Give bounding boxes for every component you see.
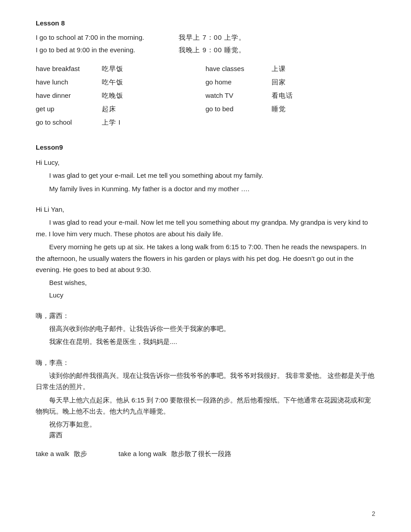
vocab-row-left-3: get up 起床 xyxy=(36,104,206,114)
page-number: 2 xyxy=(372,509,375,519)
zh-letter2-para-1: 每天早上他六点起床。他从 6:15 到 7:00 要散很长一段路的步。然后他看报… xyxy=(36,394,375,417)
letter2-sign-line2: Lucy xyxy=(36,290,375,301)
vocab-row-left-1: have lunch 吃午饭 xyxy=(36,77,206,88)
zh-letter2-block: 嗨，李燕： 读到你的邮件我很高兴。现在让我告诉你一些我爷爷的事吧。我爷爷对我很好… xyxy=(36,357,375,440)
zh-letter1-block: 嗨，露西： 很高兴收到你的电子邮件。让我告诉你一些关于我家的事吧。 我家住在昆明… xyxy=(36,310,375,348)
zh-letter1-greeting: 嗨，露西： xyxy=(36,310,375,321)
vocab-en-left-0: have breakfast xyxy=(36,63,94,74)
zh-letter2-para-0: 读到你的邮件我很高兴。现在让我告诉你一些我爷爷的事吧。我爷爷对我很好。 我非常爱… xyxy=(36,370,375,393)
lesson8-section: Lesson 8 I go to school at 7:00 in the m… xyxy=(36,18,375,128)
zh-letter2-sign-line1: 祝你万事如意。 xyxy=(36,419,375,430)
letter2-para-1: Every morning he gets up at six. He take… xyxy=(36,241,375,276)
vocab-col-left: have breakfast 吃早饭 have lunch 吃午饭 have d… xyxy=(36,63,206,128)
sentence-zh-2: 我晚上 9：00 睡觉。 xyxy=(179,45,246,55)
lesson8-title: Lesson 8 xyxy=(36,18,375,29)
vocab-zh-right-3: 睡觉 xyxy=(272,104,286,114)
vocab-en-right-3: go to bed xyxy=(206,104,264,114)
vocab-zh-left-4: 上学 I xyxy=(102,117,121,128)
sentence-zh-1: 我早上 7：00 上学。 xyxy=(179,32,246,43)
footer-vocab-0: take a walk 散步 xyxy=(36,448,87,459)
vocab-zh-left-3: 起床 xyxy=(102,104,116,114)
lesson9-title: Lesson9 xyxy=(36,142,375,153)
footer-vocab: take a walk 散步 take a long walk 散步散了很长一段… xyxy=(36,448,375,459)
vocab-zh-left-2: 吃晚饭 xyxy=(102,90,123,101)
vocab-en-left-4: go to school xyxy=(36,117,94,128)
vocab-row-left-0: have breakfast 吃早饭 xyxy=(36,63,206,74)
footer-vocab-zh-1: 散步散了很长一段路 xyxy=(171,450,231,457)
sentence-row-1: I go to school at 7:00 in the morning. 我… xyxy=(36,32,375,43)
vocab-en-left-2: have dinner xyxy=(36,90,94,101)
footer-vocab-zh-0: 散步 xyxy=(74,450,87,457)
vocab-en-right-0: have classes xyxy=(206,63,264,74)
letter2-sign-line1: Best wishes, xyxy=(36,277,375,288)
sentence-en-2: I go to bed at 9:00 in the evening. xyxy=(36,45,179,55)
zh-letter1-para-1: 我家住在昆明。我爸爸是医生，我妈妈是.... xyxy=(36,336,375,348)
zh-letter2-sign-line2: 露西 xyxy=(36,430,375,440)
zh-letter2-greeting: 嗨，李燕： xyxy=(36,357,375,368)
lesson9-section: Lesson9 Hi Lucy, I was glad to get your … xyxy=(36,142,375,459)
vocab-row-left-2: have dinner 吃晚饭 xyxy=(36,90,206,101)
vocab-zh-left-0: 吃早饭 xyxy=(102,63,123,74)
footer-vocab-1: take a long walk 散步散了很长一段路 xyxy=(118,448,231,459)
vocab-row-right-1: go home 回家 xyxy=(206,77,375,88)
letter1-para-1: My family lives in Kunming. My father is… xyxy=(36,183,375,195)
vocab-zh-right-1: 回家 xyxy=(272,77,286,88)
footer-vocab-en-1: take a long walk xyxy=(118,450,167,457)
vocab-en-left-3: get up xyxy=(36,104,94,114)
vocab-zh-right-0: 上课 xyxy=(272,63,286,74)
vocab-zh-left-1: 吃午饭 xyxy=(102,77,123,88)
vocab-en-right-1: go home xyxy=(206,77,264,88)
footer-vocab-en-0: take a walk xyxy=(36,450,69,457)
vocab-row-right-0: have classes 上课 xyxy=(206,63,375,74)
vocab-en-left-1: have lunch xyxy=(36,77,94,88)
vocab-row-right-2: watch TV 看电话 xyxy=(206,90,375,101)
zh-letter1-para-0: 很高兴收到你的电子邮件。让我告诉你一些关于我家的事吧。 xyxy=(36,323,375,335)
letter2-para-0: I was glad to read your e-mail. Now let … xyxy=(36,217,375,239)
vocab-row-right-3: go to bed 睡觉 xyxy=(206,104,375,114)
vocab-col-right: have classes 上课 go home 回家 watch TV 看电话 … xyxy=(206,63,375,128)
sentence-row-2: I go to bed at 9:00 in the evening. 我晚上 … xyxy=(36,45,375,55)
letter1-para-0: I was glad to get your e-mail. Let me te… xyxy=(36,170,375,181)
vocab-en-right-2: watch TV xyxy=(206,90,264,101)
sentence-en-1: I go to school at 7:00 in the morning. xyxy=(36,32,179,43)
vocab-zh-right-2: 看电话 xyxy=(272,90,293,101)
letter2-block: Hi Li Yan, I was glad to read your e-mai… xyxy=(36,204,375,301)
letter1-greeting: Hi Lucy, xyxy=(36,157,375,168)
letter1-block: Hi Lucy, I was glad to get your e-mail. … xyxy=(36,157,375,194)
vocab-section: have breakfast 吃早饭 have lunch 吃午饭 have d… xyxy=(36,63,375,128)
letter2-greeting: Hi Li Yan, xyxy=(36,204,375,215)
vocab-row-left-4: go to school 上学 I xyxy=(36,117,206,128)
